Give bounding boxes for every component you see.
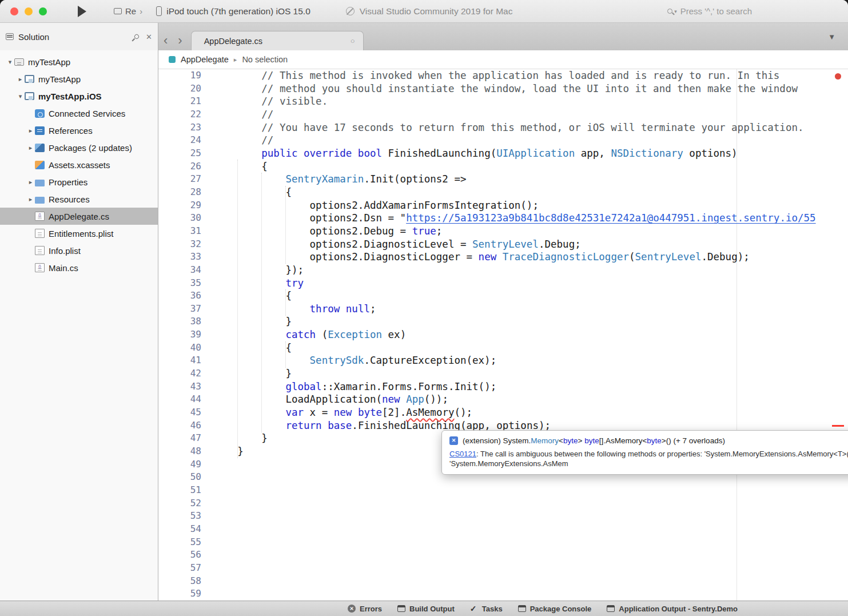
sidebar-item-mytestapp-ios[interactable]: ▾myTestApp.iOS [0, 88, 158, 105]
code-line[interactable]: 51 [158, 484, 848, 497]
sidebar-item-packages-2-updates[interactable]: ▸Packages (2 updates) [0, 139, 158, 156]
panel-button-package-console[interactable]: Package Console [518, 605, 592, 613]
code-line[interactable]: 52 [158, 497, 848, 510]
code-line[interactable]: 44 LoadApplication(new App()); [158, 393, 848, 406]
pad-actions: ✕ [134, 33, 152, 41]
line-number: 41 [158, 354, 201, 367]
chevron-right-icon[interactable]: ▸ [26, 196, 35, 203]
code-line[interactable]: 22 // [158, 108, 848, 121]
line-number: 58 [158, 575, 201, 588]
tab-list-chevron-icon[interactable]: ▼ [828, 33, 835, 41]
navigate-forward-button[interactable]: › [173, 31, 187, 50]
code-line[interactable]: 21 // visible. [158, 95, 848, 108]
code-line[interactable]: 23 // You have 17 seconds to return from… [158, 121, 848, 134]
line-number: 38 [158, 315, 201, 328]
code-line[interactable]: 20 // method you should instantiate the … [158, 82, 848, 96]
code-text: // [213, 108, 273, 121]
code-line[interactable]: 31 options2.Debug = true; [158, 225, 848, 238]
code-line[interactable]: 40 { [158, 341, 848, 355]
line-number: 49 [158, 458, 201, 471]
breadcrumb-member[interactable]: No selection [242, 55, 288, 64]
tooltip-error-row: CS0121: The call is ambiguous between th… [449, 449, 848, 468]
code-line[interactable]: 43 global::Xamarin.Forms.Forms.Init(); [158, 380, 848, 394]
chevron-down-icon[interactable]: ▾ [16, 93, 25, 100]
chevron-right-icon[interactable]: ▸ [26, 178, 35, 186]
run-button[interactable] [78, 6, 86, 17]
code-line[interactable]: 28 { [158, 186, 848, 199]
code-line[interactable]: 53 [158, 510, 848, 523]
error-code-link[interactable]: CS0121 [449, 450, 476, 458]
code-line[interactable]: 41 SentrySdk.CaptureException(ex); [158, 354, 848, 367]
code-line[interactable]: 42 } [158, 367, 848, 380]
panel-button-build-output[interactable]: Build Output [397, 605, 455, 613]
error-tooltip: (extension) System.Memory<byte> byte[].A… [441, 430, 848, 475]
code-text: options2.DiagnosticLevel = SentryLevel.D… [213, 238, 581, 251]
close-window-button[interactable] [10, 7, 18, 15]
minimize-window-button[interactable] [25, 7, 33, 15]
code-line[interactable]: 56 [158, 549, 848, 562]
device-selector[interactable]: iPod touch (7th generation) iOS 15.0 [156, 6, 310, 17]
code-line[interactable]: 24 // [158, 134, 848, 147]
chevron-down-icon[interactable]: ▾ [6, 58, 14, 66]
code-line[interactable]: 37 throw null; [158, 303, 848, 316]
code-text: LoadApplication(new App()); [213, 393, 448, 406]
code-line[interactable]: 26 { [158, 160, 848, 173]
code-line[interactable]: 33 options2.DiagnosticLogger = new Trace… [158, 251, 848, 264]
code-line[interactable]: 45 var x = new byte[2].AsMemory(); [158, 406, 848, 419]
configuration-selector[interactable]: Re › [114, 6, 142, 16]
code-line[interactable]: 38 } [158, 315, 848, 328]
code-line[interactable]: 32 options2.DiagnosticLevel = SentryLeve… [158, 238, 848, 251]
sidebar-item-mytestapp[interactable]: ▸myTestApp [0, 70, 158, 88]
bottom-dock-bar: Errors Build Output Tasks Package Consol… [0, 601, 848, 616]
zoom-window-button[interactable] [39, 7, 47, 15]
code-text: // This method is invoked when the appli… [213, 69, 779, 82]
sidebar-item-assets-xcassets[interactable]: Assets.xcassets [0, 156, 158, 173]
sidebar-item-info-plist[interactable]: Info.plist [0, 242, 158, 259]
panel-button-errors[interactable]: Errors [348, 605, 382, 613]
solution-pad: ▾myTestApp▸myTestApp▾myTestApp.iOSConnec… [0, 50, 158, 601]
chevron-right-icon[interactable]: ▸ [16, 75, 25, 83]
sidebar-item-references[interactable]: ▸References [0, 122, 158, 139]
tab-appdelegate[interactable]: AppDelegate.cs ○ [191, 31, 364, 50]
panel-button-label: Application Output - Sentry.Demo [619, 605, 738, 613]
window-title: Visual Studio Community 2019 for Mac [360, 6, 513, 17]
code-line[interactable]: 34 }); [158, 264, 848, 277]
code-line[interactable]: 57 [158, 562, 848, 575]
tasks-check-icon [470, 605, 478, 613]
tab-strip: ‹ › AppDelegate.cs ○ ▼ [158, 23, 848, 50]
code-line[interactable]: 39 catch (Exception ex) [158, 328, 848, 341]
chevron-right-icon[interactable]: ▸ [26, 144, 35, 152]
sidebar-item-label: Packages (2 updates) [49, 143, 132, 153]
code-line[interactable]: 35 try [158, 277, 848, 290]
sidebar-item-properties[interactable]: ▸Properties [0, 173, 158, 190]
code-line[interactable]: 54 [158, 523, 848, 536]
navigate-back-button[interactable]: ‹ [158, 31, 173, 50]
code-line[interactable]: 58 [158, 575, 848, 588]
packages-icon [35, 144, 45, 152]
code-line[interactable]: 25 public override bool FinishedLaunchin… [158, 147, 848, 160]
panel-button-tasks[interactable]: Tasks [470, 605, 503, 613]
code-line[interactable]: 19 // This method is invoked when the ap… [158, 69, 848, 82]
sidebar-item-main-cs[interactable]: Main.cs [0, 259, 158, 276]
pin-icon[interactable] [133, 33, 140, 39]
sidebar-item-resources[interactable]: ▸Resources [0, 190, 158, 208]
sidebar-item-connected-services[interactable]: Connected Services [0, 105, 158, 122]
sidebar-item-appdelegate-cs[interactable]: AppDelegate.cs [0, 208, 158, 225]
code-line[interactable]: 29 options2.AddXamarinFormsIntegration()… [158, 199, 848, 212]
panel-button-application-output[interactable]: Application Output - Sentry.Demo [607, 605, 738, 613]
breadcrumb-type[interactable]: AppDelegate [181, 55, 229, 64]
chevron-right-icon[interactable]: ▸ [26, 127, 35, 134]
code-line[interactable]: 36 { [158, 289, 848, 303]
code-text: SentryXamarin.Init(options2 => [213, 173, 467, 186]
panel-button-label: Tasks [482, 605, 503, 613]
code-line[interactable]: 59 [158, 587, 848, 601]
search-field[interactable]: ▾ Press '^,' to search [667, 6, 752, 16]
line-number: 35 [158, 277, 201, 290]
code-line[interactable]: 55 [158, 536, 848, 549]
sidebar-item-entitlements-plist[interactable]: Entitlements.plist [0, 225, 158, 242]
sidebar-item-mytestapp[interactable]: ▾myTestApp [0, 53, 158, 70]
code-line[interactable]: 30 options2.Dsn = "https://5a193123a9b84… [158, 212, 848, 225]
code-line[interactable]: 27 SentryXamarin.Init(options2 => [158, 173, 848, 186]
code-editor[interactable]: 19 // This method is invoked when the ap… [158, 69, 848, 601]
close-icon[interactable]: ✕ [146, 33, 152, 41]
